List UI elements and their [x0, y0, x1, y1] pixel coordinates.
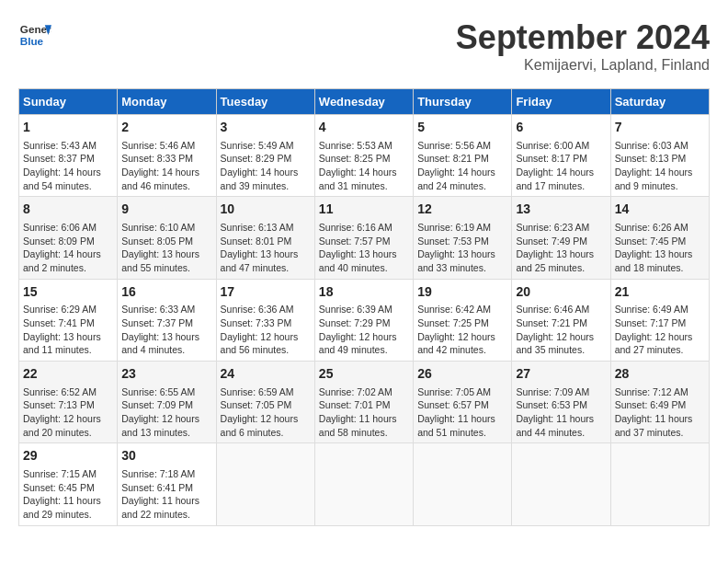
day-number: 26 — [417, 365, 507, 384]
day-header-sunday: Sunday — [19, 89, 118, 115]
calendar-cell: 22Sunrise: 6:52 AM Sunset: 7:13 PM Dayli… — [19, 362, 118, 443]
calendar-cell: 14Sunrise: 6:26 AM Sunset: 7:45 PM Dayli… — [610, 197, 709, 279]
calendar-cell — [414, 443, 512, 525]
calendar-cell: 24Sunrise: 6:59 AM Sunset: 7:05 PM Dayli… — [216, 362, 314, 443]
day-header-monday: Monday — [118, 89, 216, 115]
day-detail: Sunrise: 6:00 AM Sunset: 8:17 PM Dayligh… — [516, 139, 606, 193]
calendar-week-2: 8Sunrise: 6:06 AM Sunset: 8:09 PM Daylig… — [19, 197, 710, 279]
day-number: 8 — [23, 201, 113, 219]
day-detail: Sunrise: 6:49 AM Sunset: 7:17 PM Dayligh… — [615, 303, 705, 357]
day-number: 2 — [121, 119, 211, 137]
day-number: 5 — [417, 119, 507, 137]
calendar-cell: 3Sunrise: 5:49 AM Sunset: 8:29 PM Daylig… — [216, 115, 314, 197]
day-number: 17 — [221, 283, 311, 302]
day-detail: Sunrise: 6:33 AM Sunset: 7:37 PM Dayligh… — [121, 303, 211, 357]
day-header-tuesday: Tuesday — [216, 89, 314, 115]
day-detail: Sunrise: 7:12 AM Sunset: 6:49 PM Dayligh… — [615, 385, 705, 440]
calendar-cell: 27Sunrise: 7:09 AM Sunset: 6:53 PM Dayli… — [512, 362, 610, 443]
day-number: 20 — [516, 283, 606, 302]
day-detail: Sunrise: 5:56 AM Sunset: 8:21 PM Dayligh… — [417, 139, 507, 193]
day-detail: Sunrise: 5:53 AM Sunset: 8:25 PM Dayligh… — [319, 139, 409, 193]
day-detail: Sunrise: 6:13 AM Sunset: 8:01 PM Dayligh… — [221, 221, 311, 275]
day-detail: Sunrise: 6:39 AM Sunset: 7:29 PM Dayligh… — [319, 303, 409, 357]
day-number: 10 — [221, 201, 311, 219]
day-number: 11 — [319, 201, 409, 219]
calendar-cell — [610, 443, 709, 525]
svg-text:Blue: Blue — [20, 35, 44, 47]
day-detail: Sunrise: 6:06 AM Sunset: 8:09 PM Dayligh… — [23, 221, 113, 275]
calendar-cell: 23Sunrise: 6:55 AM Sunset: 7:09 PM Dayli… — [118, 362, 216, 443]
day-detail: Sunrise: 6:52 AM Sunset: 7:13 PM Dayligh… — [23, 385, 113, 440]
day-detail: Sunrise: 7:09 AM Sunset: 6:53 PM Dayligh… — [516, 385, 606, 440]
calendar-cell: 7Sunrise: 6:03 AM Sunset: 8:13 PM Daylig… — [610, 115, 709, 197]
location-title: Kemijaervi, Lapland, Finland — [456, 57, 710, 74]
calendar-cell — [314, 443, 413, 525]
day-header-wednesday: Wednesday — [314, 89, 413, 115]
day-detail: Sunrise: 6:29 AM Sunset: 7:41 PM Dayligh… — [23, 303, 113, 357]
calendar-cell: 18Sunrise: 6:39 AM Sunset: 7:29 PM Dayli… — [314, 279, 413, 361]
calendar-cell: 5Sunrise: 5:56 AM Sunset: 8:21 PM Daylig… — [414, 115, 512, 197]
day-number: 25 — [319, 365, 409, 384]
calendar-cell: 29Sunrise: 7:15 AM Sunset: 6:45 PM Dayli… — [19, 443, 118, 525]
day-detail: Sunrise: 6:03 AM Sunset: 8:13 PM Dayligh… — [615, 139, 705, 193]
day-detail: Sunrise: 6:26 AM Sunset: 7:45 PM Dayligh… — [615, 221, 705, 275]
day-number: 1 — [23, 119, 113, 137]
day-number: 18 — [319, 283, 409, 302]
day-number: 28 — [615, 365, 705, 384]
calendar-cell: 2Sunrise: 5:46 AM Sunset: 8:33 PM Daylig… — [118, 115, 216, 197]
calendar-week-5: 29Sunrise: 7:15 AM Sunset: 6:45 PM Dayli… — [19, 443, 710, 525]
day-number: 23 — [121, 365, 211, 384]
calendar-cell: 12Sunrise: 6:19 AM Sunset: 7:53 PM Dayli… — [414, 197, 512, 279]
day-number: 21 — [615, 283, 705, 302]
calendar-cell: 26Sunrise: 7:05 AM Sunset: 6:57 PM Dayli… — [414, 362, 512, 443]
day-number: 12 — [417, 201, 507, 219]
day-detail: Sunrise: 6:46 AM Sunset: 7:21 PM Dayligh… — [516, 303, 606, 357]
day-detail: Sunrise: 6:16 AM Sunset: 7:57 PM Dayligh… — [319, 221, 409, 275]
logo-icon: General Blue — [18, 18, 51, 52]
logo: General Blue — [18, 18, 51, 52]
calendar-cell: 19Sunrise: 6:42 AM Sunset: 7:25 PM Dayli… — [414, 279, 512, 361]
calendar-cell: 28Sunrise: 7:12 AM Sunset: 6:49 PM Dayli… — [610, 362, 709, 443]
day-number: 29 — [23, 447, 113, 465]
calendar-cell: 15Sunrise: 6:29 AM Sunset: 7:41 PM Dayli… — [19, 279, 118, 361]
calendar-cell: 11Sunrise: 6:16 AM Sunset: 7:57 PM Dayli… — [314, 197, 413, 279]
calendar-cell: 6Sunrise: 6:00 AM Sunset: 8:17 PM Daylig… — [512, 115, 610, 197]
day-number: 14 — [615, 201, 705, 219]
month-title: September 2024 — [456, 18, 710, 57]
calendar-cell: 30Sunrise: 7:18 AM Sunset: 6:41 PM Dayli… — [118, 443, 216, 525]
day-header-row: SundayMondayTuesdayWednesdayThursdayFrid… — [19, 89, 710, 115]
calendar-cell: 4Sunrise: 5:53 AM Sunset: 8:25 PM Daylig… — [314, 115, 413, 197]
day-detail: Sunrise: 6:59 AM Sunset: 7:05 PM Dayligh… — [221, 385, 311, 440]
page-header: General Blue September 2024 Kemijaervi, … — [18, 18, 710, 74]
day-number: 13 — [516, 201, 606, 219]
calendar-cell: 1Sunrise: 5:43 AM Sunset: 8:37 PM Daylig… — [19, 115, 118, 197]
day-number: 22 — [23, 365, 113, 384]
day-detail: Sunrise: 5:46 AM Sunset: 8:33 PM Dayligh… — [121, 139, 211, 193]
day-number: 19 — [417, 283, 507, 302]
day-number: 6 — [516, 119, 606, 137]
calendar-week-4: 22Sunrise: 6:52 AM Sunset: 7:13 PM Dayli… — [19, 362, 710, 443]
calendar-week-3: 15Sunrise: 6:29 AM Sunset: 7:41 PM Dayli… — [19, 279, 710, 361]
day-number: 24 — [221, 365, 311, 384]
day-detail: Sunrise: 6:55 AM Sunset: 7:09 PM Dayligh… — [121, 385, 211, 440]
calendar-cell — [512, 443, 610, 525]
calendar-cell: 8Sunrise: 6:06 AM Sunset: 8:09 PM Daylig… — [19, 197, 118, 279]
day-number: 9 — [121, 201, 211, 219]
calendar-cell: 20Sunrise: 6:46 AM Sunset: 7:21 PM Dayli… — [512, 279, 610, 361]
title-area: September 2024 Kemijaervi, Lapland, Finl… — [456, 18, 710, 74]
calendar-table: SundayMondayTuesdayWednesdayThursdayFrid… — [18, 88, 710, 526]
day-number: 27 — [516, 365, 606, 384]
day-detail: Sunrise: 7:02 AM Sunset: 7:01 PM Dayligh… — [319, 385, 409, 440]
day-detail: Sunrise: 7:05 AM Sunset: 6:57 PM Dayligh… — [417, 385, 507, 440]
day-number: 16 — [121, 283, 211, 302]
day-number: 7 — [615, 119, 705, 137]
day-number: 30 — [121, 447, 211, 465]
calendar-cell: 25Sunrise: 7:02 AM Sunset: 7:01 PM Dayli… — [314, 362, 413, 443]
day-detail: Sunrise: 6:19 AM Sunset: 7:53 PM Dayligh… — [417, 221, 507, 275]
day-detail: Sunrise: 7:18 AM Sunset: 6:41 PM Dayligh… — [121, 467, 211, 522]
calendar-cell: 21Sunrise: 6:49 AM Sunset: 7:17 PM Dayli… — [610, 279, 709, 361]
calendar-cell — [216, 443, 314, 525]
calendar-cell: 9Sunrise: 6:10 AM Sunset: 8:05 PM Daylig… — [118, 197, 216, 279]
day-header-saturday: Saturday — [610, 89, 709, 115]
day-detail: Sunrise: 6:42 AM Sunset: 7:25 PM Dayligh… — [417, 303, 507, 357]
